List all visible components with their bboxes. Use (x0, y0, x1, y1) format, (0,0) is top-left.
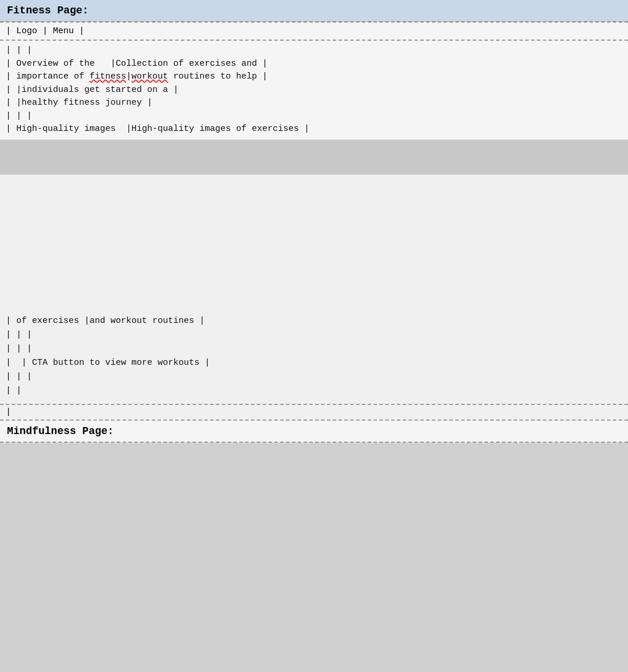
squiggly-workout: workout (131, 72, 168, 81)
bottom-content-area: | of exercises |and workout routines | |… (0, 175, 628, 404)
fitness-page-title: Fitness Page: (7, 5, 88, 16)
content-row-4: | |healthy fitness journey | (6, 97, 622, 110)
bottom-section: | of exercises |and workout routines | |… (0, 175, 628, 443)
fitness-title-bar: Fitness Page: (0, 0, 628, 22)
mindfulness-dashed-divider (0, 442, 628, 443)
content-row-1: | Overview of the |Collection of exercis… (6, 58, 622, 71)
bottom-row-2: | | | (6, 328, 622, 342)
mindfulness-title-bar: Mindfulness Page: (0, 419, 628, 442)
gray-gap (0, 140, 628, 175)
bottom-row-4: | | CTA button to view more workouts | (6, 356, 622, 370)
mindfulness-page-title: Mindfulness Page: (7, 425, 114, 437)
content-row-5: | | | (6, 110, 622, 123)
nav-content: | Logo | Menu | (6, 26, 84, 36)
content-row-0: | | | (6, 44, 622, 58)
bottom-row-1: | of exercises |and workout routines | (6, 314, 622, 328)
bottom-row-5: | | | (6, 370, 622, 384)
content-row-2: | importance of fitness|workout routines… (6, 70, 622, 84)
bottom-row-6: | | (6, 384, 622, 398)
content-row-3: | |individuals get started on a | (6, 84, 622, 97)
squiggly-fitness: fitness (90, 72, 126, 81)
fitness-section: Fitness Page: | Logo | Menu | | | | | Ov… (0, 0, 628, 140)
nav-bar: | Logo | Menu | (0, 23, 628, 40)
content-row-6: | High-quality images |High-quality imag… (6, 123, 622, 136)
bottom-pipe: | (0, 405, 628, 419)
bottom-row-3: | | | (6, 342, 622, 356)
fitness-content-area: | | | | Overview of the |Collection of e… (0, 41, 628, 140)
